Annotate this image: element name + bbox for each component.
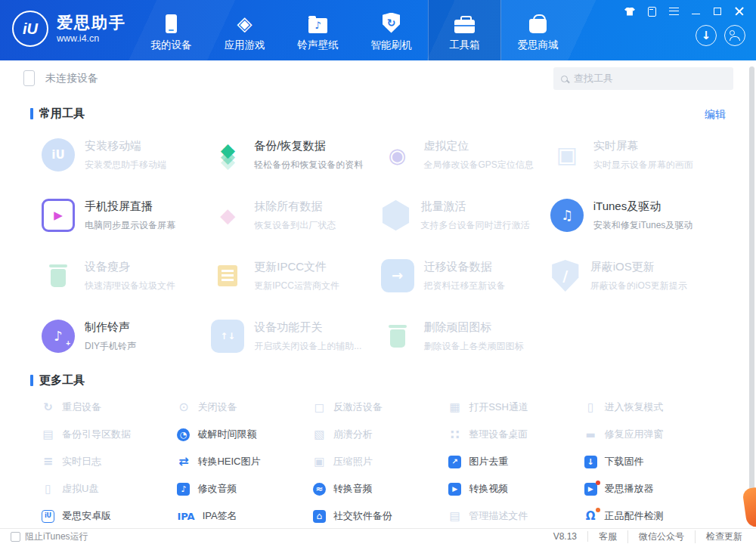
tool-i4-android[interactable]: iU爱思安卓版	[42, 502, 177, 530]
virtual-usb-icon: ▯	[42, 483, 54, 496]
download-icon: ↓	[702, 30, 711, 42]
tool-title: 抹除所有数据	[254, 199, 336, 214]
tool-convert-heic[interactable]: ⇄转换HEIC图片	[177, 448, 312, 475]
promo-corner-graphic[interactable]	[742, 487, 756, 528]
book-icon	[648, 7, 656, 17]
menu-icon[interactable]	[668, 5, 680, 17]
tool-title: iTunes及驱动	[593, 199, 693, 214]
scrollbar-thumb[interactable]	[749, 66, 754, 493]
tool-realtime-log[interactable]: ≡实时日志	[42, 448, 177, 475]
time-limit-crack-icon: ◔	[177, 428, 190, 441]
tool-edit-audio[interactable]: ♪修改音频	[177, 475, 312, 502]
tool-arrange-desktop[interactable]: ∷整理设备桌面	[448, 421, 584, 448]
tool-label: 爱思安卓版	[62, 509, 111, 523]
tool-device-slim[interactable]: 设备瘦身快速清理设备垃圾文件	[42, 246, 211, 306]
tool-screen-mirror[interactable]: ▶手机投屏直播电脑同步显示设备屏幕	[42, 185, 211, 246]
i4-android-icon: iU	[42, 510, 54, 523]
close-button[interactable]	[733, 5, 745, 17]
tool-recovery-mode[interactable]: ▯进入恢复模式	[584, 394, 720, 421]
realtime-screen-icon: ▣	[550, 138, 584, 172]
tool-label: 打开SSH通道	[469, 400, 528, 414]
tool-desc: 电脑同步显示设备屏幕	[85, 219, 175, 232]
nav-my-device[interactable]: 我的设备	[135, 0, 208, 60]
tool-device-feature-switch[interactable]: ↑↓设备功能开关开启或关闭设备上的辅助...	[211, 306, 380, 366]
batch-activate-icon	[381, 199, 411, 231]
tool-itunes-driver[interactable]: ♫iTunes及驱动安装和修复iTunes及驱动	[550, 185, 720, 246]
tool-block-ios-update[interactable]: /屏蔽iOS更新屏蔽设备的iOS更新提示	[550, 246, 720, 306]
search-icon	[561, 76, 568, 82]
tool-erase-data[interactable]: ◆抹除所有数据恢复设备到出厂状态	[211, 185, 380, 246]
check-update-link[interactable]: 检查更新	[696, 530, 745, 543]
common-tools-grid: iU安装移动端安装爱思助手移动端◆备份/恢复数据轻松备份和恢复设备的资料◉虚拟定…	[42, 125, 720, 366]
tool-virtual-usb[interactable]: ▯虚拟U盘	[42, 475, 177, 502]
nav-mall[interactable]: 爱思商城	[501, 0, 575, 60]
download-manager-button[interactable]: ↓	[696, 25, 717, 46]
tool-update-ipcc[interactable]: 更新IPCC文件更新IPCC运营商文件	[211, 246, 380, 306]
app-logo[interactable]: iU 爱思助手 www.i4.cn	[12, 11, 126, 47]
tool-restart-device[interactable]: ↻重启设备	[42, 394, 177, 421]
logo-text: 爱思助手 www.i4.cn	[57, 14, 126, 43]
tool-social-app-backup[interactable]: ⌂社交软件备份	[313, 502, 448, 530]
device-slim-icon	[42, 259, 75, 292]
nav-label: 铃声壁纸	[298, 39, 339, 52]
recovery-mode-icon: ▯	[584, 401, 597, 414]
tool-convert-video[interactable]: ▶转换视频	[448, 475, 584, 502]
nav-label: 工具箱	[449, 39, 480, 52]
section-title-common: 常用工具	[39, 107, 85, 121]
tool-desc: 全局修改设备GPS定位信息	[424, 159, 534, 172]
tool-label: 转换HEIC图片	[197, 455, 260, 468]
support-link[interactable]: 客服	[588, 530, 628, 543]
app-name: 爱思助手	[57, 14, 126, 31]
tool-title: 设备瘦身	[85, 260, 175, 274]
tool-fix-app-popup[interactable]: ▬修复应用弹窗	[584, 421, 720, 448]
tool-time-limit-crack[interactable]: ◔破解时间限额	[177, 421, 312, 448]
tool-accessory-check[interactable]: Ω正品配件检测	[584, 502, 720, 530]
tool-search-input[interactable]: 查找工具	[553, 67, 733, 90]
tool-image-dedupe[interactable]: ↗图片去重	[448, 448, 584, 475]
tool-boot-partition-backup[interactable]: ▤备份引导区数据	[42, 421, 177, 448]
wechat-official-link[interactable]: 微信公众号	[628, 530, 696, 543]
tool-label: 破解时间限额	[197, 428, 256, 441]
tool-compress-photo[interactable]: ▣压缩照片	[313, 448, 448, 475]
tool-power-off[interactable]: ⊙关闭设备	[177, 394, 312, 421]
tool-make-ringtone[interactable]: ♪+制作铃声DIY手机铃声	[42, 306, 211, 366]
tool-title: 虚拟定位	[424, 139, 534, 153]
tool-i4-player[interactable]: ▶爱思播放器	[584, 475, 720, 502]
edit-link[interactable]: 编辑	[705, 108, 726, 122]
scrollbar[interactable]	[749, 66, 754, 527]
logo-badge-text: iU	[23, 20, 38, 38]
block-itunes-checkbox[interactable]: 阻止iTunes运行	[11, 530, 88, 543]
maximize-button[interactable]	[711, 5, 723, 17]
tool-backup-restore[interactable]: ◆备份/恢复数据轻松备份和恢复设备的资料	[211, 125, 380, 185]
nav-toolbox[interactable]: 工具箱	[428, 0, 501, 60]
nav-smart-flash[interactable]: ↻智能刷机	[355, 0, 428, 60]
social-app-backup-icon: ⌂	[313, 510, 326, 523]
tool-manage-profiles[interactable]: ▤管理描述文件	[448, 502, 584, 530]
tool-label: 崩溃分析	[333, 428, 373, 441]
handbook-icon[interactable]	[646, 5, 658, 17]
profile-button[interactable]	[724, 25, 745, 46]
tool-batch-activate[interactable]: 批量激活支持多台设备同时进行激活	[381, 185, 550, 246]
tool-virtual-location[interactable]: ◉虚拟定位全局修改设备GPS定位信息	[381, 125, 550, 185]
section-accent-bar	[30, 108, 33, 119]
tool-remove-stubborns-icon[interactable]: 删除顽固图标删除设备上各类顽固图标	[381, 306, 550, 366]
nav-apps-games[interactable]: ◈应用游戏	[208, 0, 281, 60]
tool-open-ssh[interactable]: ▦打开SSH通道	[448, 394, 584, 421]
erase-data-icon: ◆	[211, 199, 244, 232]
nav-ringtone-wallpaper[interactable]: ♪铃声壁纸	[281, 0, 355, 60]
tool-crash-analysis[interactable]: ▧崩溃分析	[313, 421, 448, 448]
tool-label: 社交软件备份	[333, 509, 392, 523]
tool-realtime-screen[interactable]: ▣实时屏幕实时显示设备屏幕的画面	[550, 125, 720, 185]
theme-icon[interactable]	[624, 5, 636, 17]
tool-deactivate-device[interactable]: □反激活设备	[313, 394, 448, 421]
tool-install-mobile[interactable]: iU安装移动端安装爱思助手移动端	[42, 125, 211, 185]
checkbox-icon[interactable]	[11, 532, 20, 542]
tool-desc: DIY手机铃声	[85, 340, 136, 353]
block-ios-update-icon: /	[550, 260, 581, 292]
crash-analysis-icon: ▧	[313, 428, 326, 441]
tool-download-firmware[interactable]: ↓下载固件	[584, 448, 720, 475]
minimize-button[interactable]	[689, 5, 702, 17]
tool-ipa-sign[interactable]: IPAIPA签名	[177, 502, 312, 530]
tool-migrate-data[interactable]: →迁移设备数据把资料迁移至新设备	[381, 246, 550, 306]
tool-convert-audio[interactable]: ≈转换音频	[313, 475, 448, 502]
